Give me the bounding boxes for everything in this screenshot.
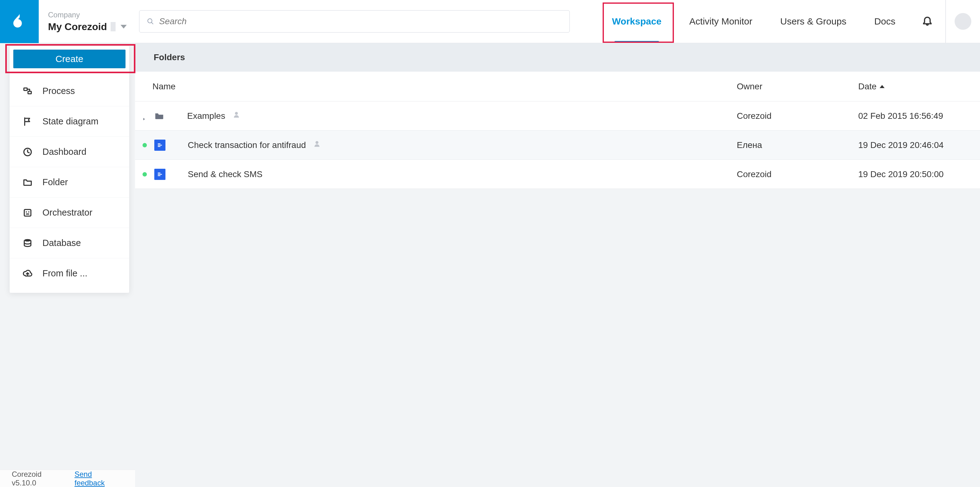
svg-point-4 xyxy=(26,211,27,212)
top-bar: Company My Corezoid Workspace Activity M… xyxy=(0,0,980,43)
clock-icon xyxy=(22,147,33,157)
col-date-label: Date xyxy=(858,81,877,91)
tab-docs[interactable]: Docs xyxy=(861,0,909,43)
folder-table: Folders Name Owner Date ExamplesCorezoid… xyxy=(135,43,980,189)
chevron-down-icon xyxy=(121,25,127,29)
status-dot-icon xyxy=(143,143,147,147)
row-name: Check transaction for antifraud xyxy=(188,140,306,150)
status-dot-icon xyxy=(143,172,147,177)
create-item-label: Dashboard xyxy=(43,147,86,157)
svg-rect-3 xyxy=(24,209,31,216)
row-date: 19 Dec 2019 20:46:04 xyxy=(858,140,944,150)
user-menu[interactable] xyxy=(946,13,980,30)
col-owner[interactable]: Owner xyxy=(737,81,858,91)
column-headers: Name Owner Date xyxy=(135,72,980,101)
sort-asc-icon xyxy=(880,85,885,88)
create-item-from-file[interactable]: From file ... xyxy=(10,258,129,289)
share-icon xyxy=(232,110,241,121)
search-box[interactable] xyxy=(139,10,570,33)
search-input[interactable] xyxy=(159,16,562,26)
tab-users-groups[interactable]: Users & Groups xyxy=(766,0,860,43)
row-owner: Corezoid xyxy=(737,111,858,121)
create-item-process[interactable]: Process xyxy=(10,76,129,106)
process-icon xyxy=(154,169,165,180)
version-label: Corezoid v5.10.0 xyxy=(12,470,67,487)
search-icon xyxy=(147,18,154,25)
folder-icon xyxy=(154,110,165,121)
create-item-state-diagram[interactable]: State diagram xyxy=(10,106,129,136)
row-date: 19 Dec 2019 20:50:00 xyxy=(858,169,944,179)
svg-point-6 xyxy=(24,239,31,241)
avatar-icon xyxy=(955,13,971,30)
expand-icon[interactable] xyxy=(142,113,147,118)
notifications-button[interactable] xyxy=(909,15,945,28)
create-item-orchestrator[interactable]: Orchestrator xyxy=(10,197,129,228)
create-item-label: Process xyxy=(43,86,75,96)
top-nav: Workspace Activity Monitor Users & Group… xyxy=(598,0,980,43)
row-owner: Corezoid xyxy=(737,169,858,179)
orchestrator-icon xyxy=(22,208,33,218)
row-date: 02 Feb 2015 16:56:49 xyxy=(858,111,943,121)
create-item-folder[interactable]: Folder xyxy=(10,167,129,197)
footer: Corezoid v5.10.0 Send feedback xyxy=(0,469,135,487)
create-item-label: From file ... xyxy=(43,268,88,279)
database-icon xyxy=(22,238,33,248)
folder-icon xyxy=(22,177,33,187)
create-item-dashboard[interactable]: Dashboard xyxy=(10,136,129,167)
create-item-label: Database xyxy=(43,238,81,248)
row-name: Send & check SMS xyxy=(188,169,262,179)
share-icon xyxy=(313,140,321,150)
section-header-folders: Folders xyxy=(135,43,980,72)
flag-icon xyxy=(22,117,33,126)
col-name[interactable]: Name xyxy=(153,81,737,91)
create-dropdown: Create Process State diagram Dashboard F… xyxy=(9,46,129,293)
row-name: Examples xyxy=(187,111,225,121)
rename-icon xyxy=(111,22,116,31)
table-row[interactable]: Check transaction for antifraudЕлена19 D… xyxy=(135,131,980,160)
col-date[interactable]: Date xyxy=(858,81,885,91)
company-label: Company xyxy=(48,11,127,19)
process-icon xyxy=(154,140,165,151)
row-owner: Елена xyxy=(737,140,858,150)
tab-workspace[interactable]: Workspace xyxy=(598,0,675,43)
create-button[interactable]: Create xyxy=(13,49,126,68)
svg-point-5 xyxy=(28,211,29,212)
tab-activity-monitor[interactable]: Activity Monitor xyxy=(675,0,766,43)
table-row[interactable]: ExamplesCorezoid02 Feb 2015 16:56:49 xyxy=(135,101,980,131)
create-item-label: State diagram xyxy=(43,116,99,126)
company-selector[interactable]: Company My Corezoid xyxy=(39,0,139,43)
send-feedback-link[interactable]: Send feedback xyxy=(74,470,123,487)
create-item-label: Orchestrator xyxy=(43,208,92,218)
company-name: My Corezoid xyxy=(48,21,107,33)
table-row[interactable]: Send & check SMSCorezoid19 Dec 2019 20:5… xyxy=(135,160,980,189)
create-item-label: Folder xyxy=(43,177,68,187)
create-item-database[interactable]: Database xyxy=(10,228,129,258)
upload-icon xyxy=(22,268,33,279)
logo[interactable] xyxy=(0,0,39,43)
process-icon xyxy=(22,86,33,96)
